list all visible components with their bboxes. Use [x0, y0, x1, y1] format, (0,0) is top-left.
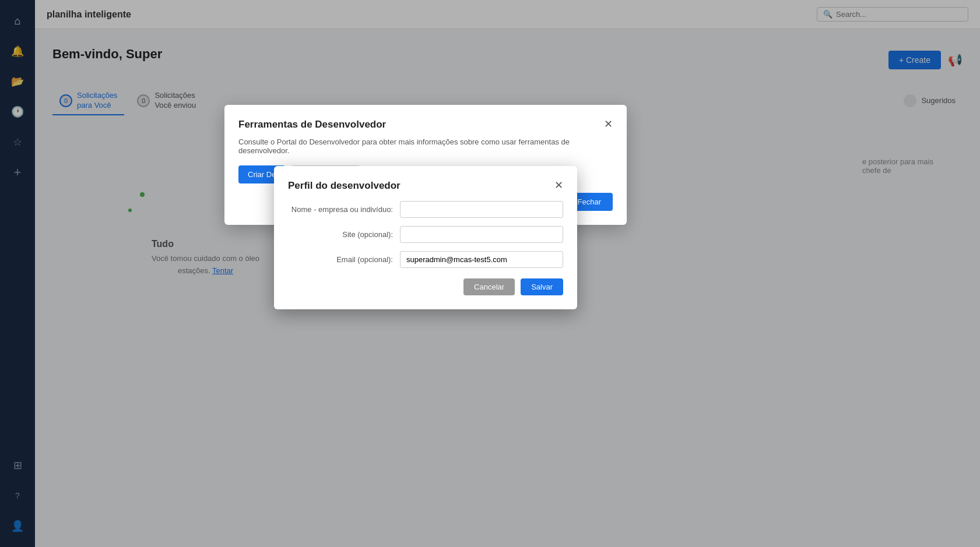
dialog-perfil-footer: Cancelar Salvar	[288, 278, 563, 295]
form-row-site: Site (opcional):	[288, 226, 563, 243]
label-email: Email (opcional):	[288, 255, 393, 264]
form-row-nome: Nome - empresa ou indivíduo:	[288, 201, 563, 218]
dialog-ferramentas-header: Ferramentas de Desenvolvedor ✕	[238, 119, 613, 130]
dialog-ferramentas-close[interactable]: ✕	[604, 119, 613, 129]
dialog-perfil: Perfil do desenvolvedor ✕ Nome - empresa…	[274, 166, 577, 309]
dialog-perfil-close[interactable]: ✕	[554, 180, 563, 190]
input-nome[interactable]	[400, 201, 563, 218]
label-nome: Nome - empresa ou indivíduo:	[288, 205, 393, 214]
dialog-perfil-title: Perfil do desenvolvedor	[288, 180, 401, 192]
dialog-ferramentas-title: Ferramentas de Desenvolvedor	[238, 119, 386, 130]
form-row-email: Email (opcional):	[288, 251, 563, 268]
btn-cancelar[interactable]: Cancelar	[463, 278, 515, 295]
btn-salvar[interactable]: Salvar	[521, 278, 563, 295]
dialog-perfil-header: Perfil do desenvolvedor ✕	[288, 180, 563, 192]
label-site: Site (opcional):	[288, 230, 393, 239]
input-site[interactable]	[400, 226, 563, 243]
input-email[interactable]	[400, 251, 563, 268]
dialog-ferramentas-desc: Consulte o Portal do Desenvolvedor para …	[238, 137, 613, 155]
